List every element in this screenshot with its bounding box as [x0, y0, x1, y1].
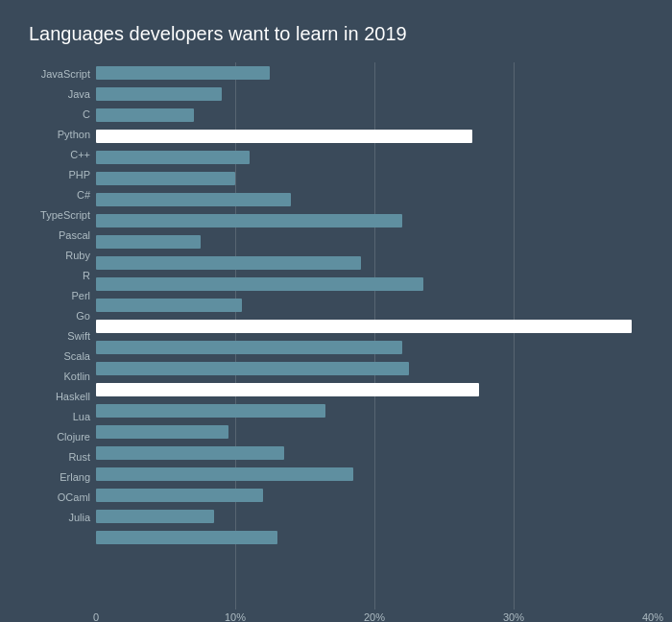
- y-axis-label: OCaml: [58, 488, 96, 508]
- bar: [96, 341, 402, 354]
- bar-row: [96, 379, 653, 399]
- bar: [96, 87, 222, 101]
- bar: [96, 446, 284, 460]
- y-axis-label: Haskell: [56, 387, 96, 407]
- x-axis-label: 0: [93, 611, 99, 622]
- x-axis-label: 40%: [642, 611, 663, 622]
- bar-row: [96, 421, 653, 442]
- y-axis-label: Clojure: [57, 427, 96, 447]
- bar-row: [96, 189, 653, 209]
- bar: [96, 362, 409, 375]
- bar: [96, 510, 214, 523]
- bar-row: [96, 168, 653, 188]
- y-axis-label: Perl: [71, 286, 96, 306]
- bar: [96, 383, 479, 396]
- bar-row: [96, 231, 653, 251]
- bar-row: [96, 210, 653, 230]
- bar: [96, 425, 228, 439]
- bar: [96, 235, 201, 249]
- bar-row: [96, 126, 653, 146]
- bar-row: [96, 506, 653, 526]
- bar: [96, 108, 194, 122]
- y-axis-label: Erlang: [60, 467, 96, 488]
- bar-row: [96, 274, 653, 294]
- y-axis-label: Kotlin: [63, 367, 96, 387]
- bar: [96, 404, 325, 418]
- bar-row: [96, 527, 653, 547]
- bar: [96, 467, 353, 481]
- y-axis-label: Pascal: [59, 226, 96, 246]
- bar: [96, 193, 291, 206]
- bar: [96, 130, 472, 143]
- bar-row: [96, 400, 653, 420]
- y-axis-label: Ruby: [65, 246, 96, 266]
- bar: [96, 151, 250, 164]
- bar-row: [96, 147, 653, 167]
- bar: [96, 172, 235, 185]
- bar-row: [96, 295, 653, 315]
- y-axis-label: Java: [68, 84, 96, 105]
- y-axis-label: R: [83, 266, 96, 286]
- bars-area: [96, 62, 653, 610]
- bar-row: [96, 485, 653, 505]
- bar: [96, 66, 270, 80]
- bar: [96, 256, 361, 270]
- x-axis-label: 20%: [364, 611, 385, 622]
- bar-row: [96, 337, 653, 357]
- y-axis-label: TypeScript: [40, 205, 96, 226]
- chart-container: Languages developers want to learn in 20…: [0, 0, 672, 622]
- y-axis-label: Python: [58, 125, 96, 145]
- y-axis-label: C: [83, 105, 96, 125]
- y-axis-label: Lua: [73, 407, 96, 427]
- bar: [96, 320, 632, 333]
- chart-title: Languages developers want to learn in 20…: [29, 23, 653, 45]
- y-axis-label: Julia: [68, 508, 96, 528]
- bar: [96, 214, 402, 227]
- x-axis: 010%20%30%40%: [96, 610, 653, 622]
- x-axis-label: 10%: [225, 611, 246, 622]
- y-axis-label: C#: [77, 185, 96, 205]
- bar: [96, 299, 242, 312]
- bar-row: [96, 105, 653, 125]
- y-axis-label: Rust: [68, 447, 96, 467]
- y-axis-label: C++: [70, 145, 96, 165]
- y-axis: JavaScriptJavaCPythonC++PHPC#TypeScriptP…: [19, 62, 96, 610]
- x-axis-label: 30%: [503, 611, 524, 622]
- bar: [96, 489, 263, 502]
- y-axis-label: Swift: [67, 326, 96, 347]
- bar-row: [96, 358, 653, 378]
- bar-row: [96, 84, 653, 104]
- y-axis-label: PHP: [68, 165, 96, 185]
- y-axis-label: Go: [76, 306, 96, 326]
- bar: [96, 277, 423, 291]
- bar-row: [96, 443, 653, 463]
- bar-row: [96, 252, 653, 273]
- bar-row: [96, 316, 653, 336]
- bar: [96, 531, 277, 544]
- bar-row: [96, 62, 653, 83]
- y-axis-label: Scala: [63, 347, 96, 367]
- y-axis-label: JavaScript: [41, 64, 96, 84]
- bar-row: [96, 464, 653, 484]
